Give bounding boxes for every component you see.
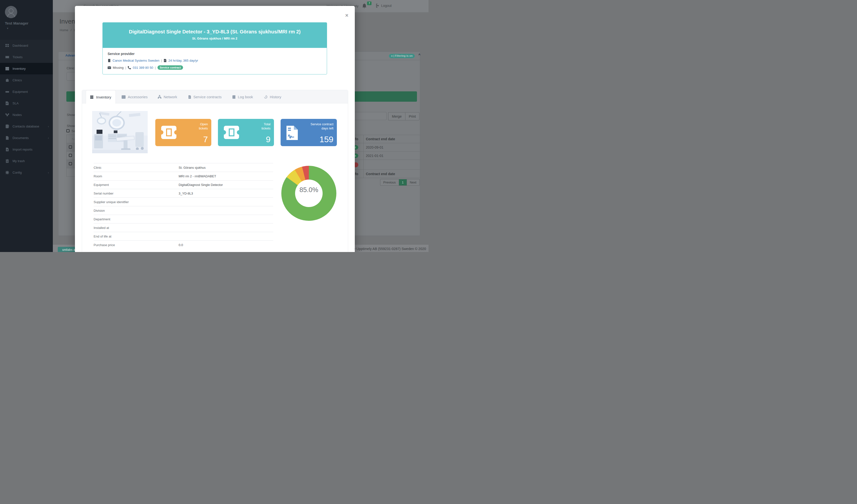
row-checkbox[interactable] <box>69 162 72 165</box>
sidebar-item-contacts-database[interactable]: Contacts database ‹ <box>0 121 53 132</box>
clinic-filter-label: Clinic <box>67 66 74 70</box>
sidebar: Test Manager ▼ Dashboard Tickets Invento… <box>0 0 53 252</box>
filtering-on-chip[interactable]: x | Filtering is on <box>389 54 415 58</box>
contract-days-value: 159 <box>319 135 333 144</box>
bell-icon <box>362 3 367 8</box>
row-checkbox[interactable] <box>69 154 72 157</box>
tab-network[interactable]: Network <box>158 90 177 104</box>
network-icon <box>158 95 162 99</box>
modal-close-button[interactable]: × <box>345 12 348 19</box>
clinic-link[interactable]: St. Görans sjukhus <box>179 166 206 170</box>
total-tickets-card: Totaltickets 9 <box>218 119 274 146</box>
sidebar-item-sla[interactable]: SLA <box>0 98 53 109</box>
envelope-icon <box>107 66 111 69</box>
open-tickets-value: 7 <box>203 135 208 144</box>
tab-inventory[interactable]: Inventory <box>86 90 116 104</box>
pagination-page-1[interactable]: 1 <box>399 179 407 186</box>
detail-row-purchase-price: Purchase price0.0 <box>94 241 273 249</box>
dashboard-icon <box>5 44 9 47</box>
clinic-icon <box>5 79 9 82</box>
pagination-next[interactable]: Next <box>407 179 420 186</box>
detail-row-room: RoomMRI rm 2 - rmBWADABET <box>94 172 273 180</box>
chevron-left-icon: ‹ <box>48 136 49 140</box>
sidebar-item-my-trash[interactable]: My trash <box>0 155 53 167</box>
equipment-photo <box>92 111 148 153</box>
contacts-icon <box>5 124 9 128</box>
col-contract-end-date[interactable]: Contract end date <box>364 137 395 141</box>
table-actions: Merge Print <box>388 112 419 120</box>
ticket-icon <box>5 55 9 59</box>
trash-icon <box>5 159 9 163</box>
inventory-icon <box>90 95 94 99</box>
collapse-chevron-icon[interactable]: ^ <box>418 53 420 57</box>
tab-history[interactable]: History <box>264 90 281 104</box>
pagination: Previous 1 Next <box>380 179 420 186</box>
logout-button[interactable]: Logout <box>375 4 392 7</box>
select-all-checkbox[interactable] <box>66 129 69 133</box>
import-icon <box>5 147 9 151</box>
avatar[interactable] <box>5 6 17 18</box>
sidebar-item-equipment[interactable]: Equipment <box>0 86 53 98</box>
sla-icon <box>5 101 9 105</box>
history-icon <box>264 95 268 99</box>
contract-days-card: Service contractdays left 159 <box>281 119 337 146</box>
contracts-icon <box>188 95 191 99</box>
total-tickets-value: 9 <box>266 135 270 144</box>
service-contract-badge: Service contract <box>157 65 183 70</box>
row-checkbox[interactable] <box>69 145 72 149</box>
building-icon <box>107 59 111 62</box>
sidebar-item-clinics[interactable]: Clinics <box>0 74 53 86</box>
sidebar-item-tickets[interactable]: Tickets <box>0 51 53 63</box>
notifications-button[interactable] <box>362 3 367 9</box>
detail-row-equipment: EquipmentDigitalDiagnost Single Detector <box>94 180 273 189</box>
sidebar-item-nodes[interactable]: Nodes <box>0 109 53 121</box>
table-row <box>67 168 75 177</box>
sidebar-item-config[interactable]: Config ‹ <box>0 167 53 178</box>
service-provider-heading: Service provider <box>107 52 322 56</box>
modal-subtitle: St. Görans sjukhus / MRI rm 2 <box>103 37 327 40</box>
equipment-details-list: ClinicSt. Görans sjukhus RoomMRI rm 2 - … <box>94 163 273 249</box>
ticket-icon <box>161 126 177 139</box>
footer-copyright: by Upptimely AB (559231-0287) Sweden © 2… <box>352 247 426 251</box>
detail-row-supplier-id: Supplier unique idenitfier <box>94 197 273 206</box>
config-icon <box>5 171 9 174</box>
documents-icon <box>5 136 9 140</box>
breadcrumb-home[interactable]: Home <box>60 28 68 32</box>
logbook-icon <box>232 95 236 99</box>
tab-service-contracts[interactable]: Service contracts <box>188 90 222 104</box>
table-row <box>67 143 75 152</box>
contract-doc-icon <box>164 59 167 62</box>
phone-link[interactable]: 031 389 80 50 <box>133 66 153 70</box>
user-menu-caret-icon[interactable]: ▼ <box>6 27 9 30</box>
modal-title: DigitalDiagnost Single Detector - 3_YD-8… <box>103 29 327 35</box>
print-button[interactable]: Print <box>405 112 420 120</box>
service-provider-company-link[interactable]: Canon Medical Systems Sweden <box>113 59 159 63</box>
sidebar-item-dashboard[interactable]: Dashboard <box>0 40 53 51</box>
ticket-icon <box>224 126 239 139</box>
sort-icon[interactable]: ↑↓ <box>67 135 75 143</box>
tab-log-book[interactable]: Log book <box>232 90 253 104</box>
merge-button[interactable]: Merge <box>388 112 405 120</box>
modal-header: DigitalDiagnost Single Detector - 3_YD-8… <box>103 22 327 48</box>
phone-icon <box>128 66 131 69</box>
logout-icon <box>375 4 379 7</box>
show-entries-label: Show <box>67 113 75 117</box>
table-row <box>67 152 75 160</box>
sidebar-item-import-reports[interactable]: Import reports <box>0 144 53 155</box>
notification-count-badge[interactable]: 7 <box>367 1 371 5</box>
tab-accessories[interactable]: Accessories <box>122 90 148 104</box>
equipment-link[interactable]: DigitalDiagnost Single Detector <box>179 183 223 187</box>
sidebar-item-documents[interactable]: Documents ‹ <box>0 132 53 144</box>
detail-row-department: Department <box>94 215 273 223</box>
sidebar-item-inventory[interactable]: Inventory <box>0 63 53 74</box>
pagination-previous[interactable]: Previous <box>380 179 399 186</box>
availability-link[interactable]: 24 hr/day, 365 day/yr <box>168 59 198 63</box>
service-provider-card: DigitalDiagnost Single Detector - 3_YD-8… <box>102 22 327 74</box>
open-tickets-card: Opentickets 7 <box>155 119 211 146</box>
contract-icon <box>286 126 298 140</box>
inventory-icon <box>5 67 9 70</box>
show-columns-label: Show <box>67 124 75 128</box>
results-table-left: ↑↓ <box>66 135 75 177</box>
table-row <box>67 160 75 168</box>
donut-percentage: 85.0% <box>281 162 336 218</box>
